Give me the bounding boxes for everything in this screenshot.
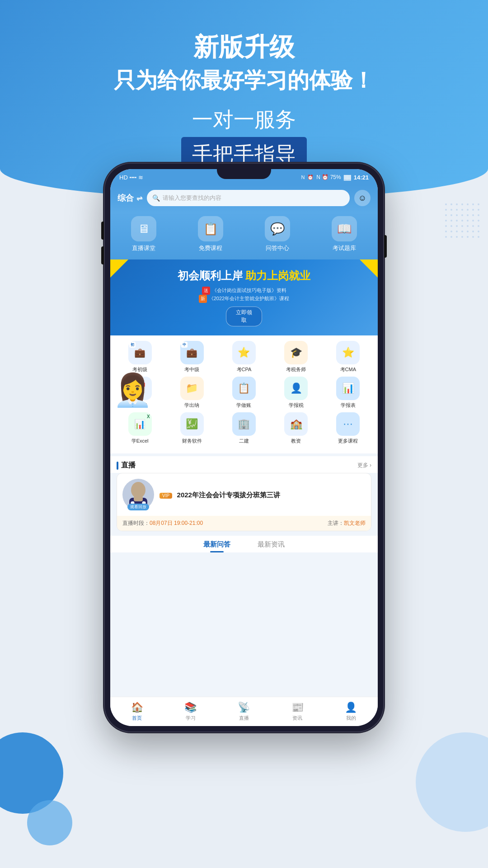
course-icon-tax: 🎓 [284, 341, 308, 364]
bottom-nav-news[interactable]: 📰 资讯 [291, 702, 304, 722]
time-display: 14:21 [354, 174, 369, 181]
course-label-construction: 二建 [239, 438, 249, 444]
phone-frame: HD ▪▪▪▪ ≋ N ⏰ N ⏰ 75% ▓▓ 14:21 综合 ⇌ [104, 163, 384, 732]
bottom-navigation: 🏠 首页 📚 学习 📡 直播 📰 资讯 👤 我的 [110, 697, 378, 726]
vol-up-button [101, 222, 104, 240]
study-label: 学习 [186, 715, 196, 722]
course-row-1: 💼 初 考初级 💼 中 考中级 ⭐ [114, 341, 374, 373]
course-icon-bookkeeping: 📋 [232, 377, 256, 400]
ad-main-title: 初会顺利上岸 助力上岗就业 [117, 269, 371, 283]
ad-corner-left [110, 259, 128, 278]
course-label-more: 更多课程 [338, 438, 358, 444]
alarm-icon: ⏰ [307, 175, 314, 180]
course-label-cashier: 学出纳 [184, 402, 199, 409]
live-course-title: 2022年注会会计专项拔分班第三讲 [177, 491, 280, 499]
phone-screen: HD ▪▪▪▪ ≋ N ⏰ N ⏰ 75% ▓▓ 14:21 综合 ⇌ [110, 169, 378, 726]
course-item-intermediate[interactable]: 💼 中 考中级 [169, 341, 216, 373]
course-item-more[interactable]: ⋯ 更多课程 [325, 412, 372, 444]
nav-item-live[interactable]: 🖥 直播课堂 [131, 216, 156, 252]
live-section-header: 直播 更多 › [110, 456, 378, 473]
course-label-taxfiling: 学报税 [289, 402, 304, 409]
live-nav-icon: 📡 [238, 702, 250, 713]
live-teacher-info: 主讲：凯文老师 [328, 519, 366, 527]
course-item-cma[interactable]: ⭐ 考CMA [325, 341, 372, 373]
course-item-cashier[interactable]: 📁 学出纳 [169, 377, 216, 409]
live-section-title: 直播 [117, 461, 136, 470]
course-icon-beginner: 💼 初 [128, 341, 152, 364]
phone-notch [217, 169, 271, 179]
course-row-3: 👩‍💼 📊 X 学Excel 💹 财务软件 [114, 412, 374, 444]
course-item-tax[interactable]: 🎓 考税务师 [272, 341, 319, 373]
banner-title-line1: 新版升级 [193, 31, 295, 64]
bottom-nav-live[interactable]: 📡 直播 [238, 702, 250, 722]
nfc-icon: N [301, 175, 305, 180]
watch-replay-label: 观看回放 [127, 504, 149, 510]
course-item-excel[interactable]: 📊 X 学Excel [117, 412, 164, 444]
ad-claim-button[interactable]: 立即领取 [226, 307, 262, 326]
tab-latest-news[interactable]: 最新资讯 [258, 540, 285, 552]
live-more-link[interactable]: 更多 › [357, 462, 371, 469]
status-right: N ⏰ N ⏰ 75% ▓▓ 14:21 [301, 174, 369, 181]
header-tab-综合[interactable]: 综合 ⇌ [117, 193, 142, 203]
emoji-button[interactable]: ☺ [354, 190, 371, 206]
course-item-reporting[interactable]: 📊 学报表 [325, 377, 372, 409]
free-course-icon: 📋 [198, 216, 223, 241]
study-icon: 📚 [184, 702, 197, 713]
live-vip-row: VIP 2022年注会会计专项拔分班第三讲 [160, 490, 366, 500]
ad-banner[interactable]: 初会顺利上岸 助力上岗就业 送《会计岗位面试技巧电子版》资料 新《2022年会计… [110, 259, 378, 335]
live-card-top: 观看回放 VIP 2022年注会会计专项拔分班第三讲 [117, 473, 371, 516]
course-label-bookkeeping: 学做账 [236, 402, 251, 409]
course-label-cpa: 考CPA [237, 366, 252, 373]
course-label-finance-software: 财务软件 [182, 438, 202, 444]
search-placeholder: 请输入您要查找的内容 [163, 194, 221, 202]
course-icon-excel: 📊 X [128, 412, 152, 436]
avatar-wrapper: 观看回放 [122, 479, 154, 510]
qa-icon: 💬 [265, 216, 290, 241]
bottom-nav-profile[interactable]: 👤 我的 [345, 702, 357, 722]
nav-item-exam[interactable]: 📖 考试题库 [332, 216, 357, 252]
course-item-finance-software[interactable]: 💹 财务软件 [169, 412, 216, 444]
course-icon-cpa: ⭐ [232, 341, 256, 364]
bottom-nav-study[interactable]: 📚 学习 [184, 702, 197, 722]
course-label-reporting: 学报表 [341, 402, 356, 409]
svg-rect-3 [445, 203, 481, 240]
live-card-bottom: 直播时段：08月07日 19:00-21:00 主讲：凯文老师 [117, 516, 371, 531]
live-time-value: 08月07日 19:00-21:00 [150, 520, 203, 526]
search-bar[interactable]: 🔍 请输入您要查找的内容 [147, 190, 350, 206]
course-icon-intermediate: 💼 中 [180, 341, 204, 364]
course-item-bookkeeping[interactable]: 📋 学做账 [221, 377, 267, 409]
bg-decoration-circle-4 [416, 732, 488, 832]
course-item-construction[interactable]: 🏢 二建 [221, 412, 267, 444]
live-class-icon: 🖥 [131, 216, 156, 241]
tab-latest-qa[interactable]: 最新问答 [203, 540, 230, 552]
ad-badge-new: 新 [199, 295, 207, 303]
ad-corner-right [360, 259, 378, 278]
course-icon-teacher: 🏫 [284, 412, 308, 436]
phone-device: HD ▪▪▪▪ ≋ N ⏰ N ⏰ 75% ▓▓ 14:21 综合 ⇌ [104, 163, 384, 732]
course-row-2: 📅 零基础 📁 学出纳 📋 [114, 377, 374, 409]
network-icon: ▪▪▪▪ [130, 175, 137, 180]
course-item-cpa[interactable]: ⭐ 考CPA [221, 341, 267, 373]
qa-label: 问答中心 [266, 244, 289, 252]
live-card[interactable]: 观看回放 VIP 2022年注会会计专项拔分班第三讲 直播时段：08月07日 1… [117, 473, 371, 531]
tab-bar: 最新问答 最新资讯 [110, 536, 378, 552]
power-button [384, 235, 387, 258]
course-icon-construction: 🏢 [232, 412, 256, 436]
ad-subtitle-2: 新《2022年会计主管就业护航班》课程 [117, 295, 371, 303]
live-teacher-name: 凯文老师 [344, 520, 366, 526]
filter-icon[interactable]: ⇌ [136, 194, 142, 203]
signal-icon: HD [119, 174, 128, 181]
course-icon-finance-software: 💹 [180, 412, 204, 436]
nav-item-qa[interactable]: 💬 问答中心 [265, 216, 290, 252]
svg-point-4 [131, 482, 145, 498]
course-item-teacher[interactable]: 🏫 教资 [272, 412, 319, 444]
quick-nav: 🖥 直播课堂 📋 免费课程 💬 问答中心 📖 考试题库 [110, 212, 378, 259]
ad-highlight-text: 助力上岗就业 [245, 269, 310, 282]
ad-subtitle-1: 送《会计岗位面试技巧电子版》资料 [117, 287, 371, 295]
course-label-cma: 考CMA [340, 366, 356, 373]
live-info: VIP 2022年注会会计专项拔分班第三讲 [160, 490, 366, 500]
course-item-beginner[interactable]: 💼 初 考初级 [117, 341, 164, 373]
course-item-taxfiling[interactable]: 👤 学报税 [272, 377, 319, 409]
nav-item-free[interactable]: 📋 免费课程 [198, 216, 223, 252]
bottom-nav-home[interactable]: 🏠 首页 [131, 702, 143, 722]
